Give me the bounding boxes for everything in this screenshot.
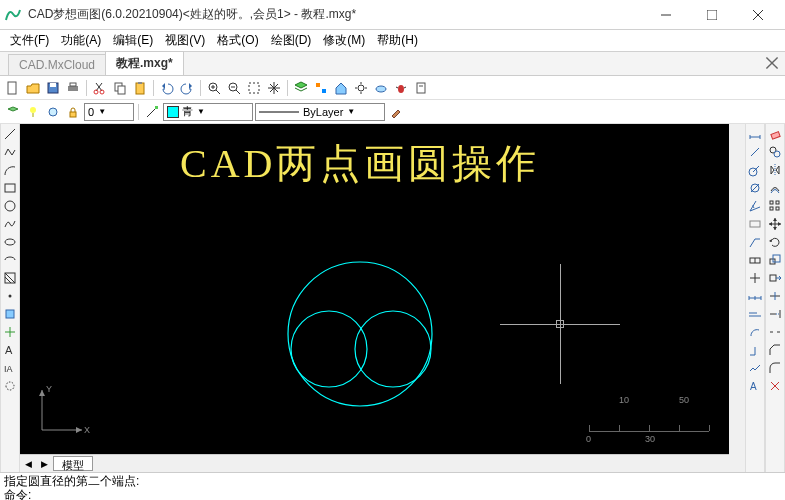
trim-icon[interactable] [767, 288, 783, 304]
dim-continue-icon[interactable] [747, 288, 763, 304]
tab-scroll-right-icon[interactable]: ▶ [36, 455, 52, 472]
menu-function[interactable]: 功能(A) [55, 30, 107, 51]
menu-file[interactable]: 文件(F) [4, 30, 55, 51]
extend-icon[interactable] [767, 306, 783, 322]
command-line[interactable]: 指定圆直径的第二个端点: 命令: [0, 472, 785, 500]
color-dropdown[interactable]: 青 ▼ [163, 103, 253, 121]
circle-icon[interactable] [2, 198, 18, 214]
erase-icon[interactable] [767, 126, 783, 142]
layer-on-icon[interactable] [24, 103, 42, 121]
dim-aligned-icon[interactable] [747, 144, 763, 160]
menu-view[interactable]: 视图(V) [159, 30, 211, 51]
settings-icon[interactable] [352, 79, 370, 97]
fillet-icon[interactable] [767, 360, 783, 376]
hscrollbar[interactable] [94, 455, 729, 472]
new-icon[interactable] [4, 79, 22, 97]
cut-icon[interactable] [91, 79, 109, 97]
print-icon[interactable] [64, 79, 82, 97]
model-tab[interactable]: 模型 [53, 456, 93, 471]
offset-icon[interactable] [767, 180, 783, 196]
line-icon[interactable] [2, 126, 18, 142]
mtext-icon[interactable]: IA [2, 360, 18, 376]
rect-icon[interactable] [2, 180, 18, 196]
bug-icon[interactable] [392, 79, 410, 97]
dim-style-icon[interactable] [747, 216, 763, 232]
maximize-button[interactable] [689, 0, 735, 30]
undo-icon[interactable] [158, 79, 176, 97]
copy-icon[interactable] [111, 79, 129, 97]
blocks-icon[interactable] [312, 79, 330, 97]
dim-linear-icon[interactable] [747, 126, 763, 142]
hatch-icon[interactable] [2, 270, 18, 286]
brush-icon[interactable] [387, 103, 405, 121]
linetype-dropdown[interactable]: ByLayer ▼ [255, 103, 385, 121]
scale-icon[interactable] [767, 252, 783, 268]
leader-icon[interactable] [747, 234, 763, 250]
tolerance-icon[interactable] [747, 252, 763, 268]
zoom-window-icon[interactable] [245, 79, 263, 97]
insert-icon[interactable] [2, 324, 18, 340]
layer-manager-icon[interactable] [4, 103, 22, 121]
redo-icon[interactable] [178, 79, 196, 97]
polyline-icon[interactable] [2, 144, 18, 160]
arc-icon[interactable] [2, 162, 18, 178]
doc-icon[interactable] [412, 79, 430, 97]
spline-icon[interactable] [2, 216, 18, 232]
rotate-icon[interactable] [767, 234, 783, 250]
stretch-icon[interactable] [767, 270, 783, 286]
tab-close-icon[interactable] [765, 56, 779, 70]
draw-toolbar: A IA [0, 124, 20, 472]
match-icon[interactable] [143, 103, 161, 121]
drawing-canvas[interactable]: CAD两点画圆操作 Y X [20, 124, 729, 454]
chamfer-icon[interactable] [767, 342, 783, 358]
paste-icon[interactable] [131, 79, 149, 97]
jog-icon[interactable] [747, 360, 763, 376]
mirror-icon[interactable] [767, 162, 783, 178]
marker-icon[interactable] [747, 270, 763, 286]
dim-angle-icon[interactable] [747, 198, 763, 214]
layer-icon[interactable] [292, 79, 310, 97]
zoom-in-icon[interactable] [205, 79, 223, 97]
menu-format[interactable]: 格式(O) [211, 30, 264, 51]
text-icon[interactable]: A [2, 342, 18, 358]
ordinate-icon[interactable] [747, 342, 763, 358]
revision-icon[interactable] [2, 378, 18, 394]
dim-baseline-icon[interactable] [747, 306, 763, 322]
document-tabs: CAD.MxCloud 教程.mxg* [0, 52, 785, 76]
save-icon[interactable] [44, 79, 62, 97]
menu-edit[interactable]: 编辑(E) [107, 30, 159, 51]
ellipse-arc-icon[interactable] [2, 252, 18, 268]
explode-icon[interactable] [767, 378, 783, 394]
array-icon[interactable] [767, 198, 783, 214]
svg-rect-39 [70, 112, 76, 117]
close-button[interactable] [735, 0, 781, 30]
vscrollbar[interactable] [729, 124, 745, 472]
menu-draw[interactable]: 绘图(D) [265, 30, 318, 51]
layer-lock-icon[interactable] [64, 103, 82, 121]
copy-obj-icon[interactable] [767, 144, 783, 160]
menu-modify[interactable]: 修改(M) [317, 30, 371, 51]
home-icon[interactable] [332, 79, 350, 97]
break-icon[interactable] [767, 324, 783, 340]
ellipse-icon[interactable] [2, 234, 18, 250]
svg-rect-10 [70, 83, 76, 86]
layer-dropdown[interactable]: 0 ▼ [84, 103, 134, 121]
minimize-button[interactable] [643, 0, 689, 30]
tab-cloud[interactable]: CAD.MxCloud [8, 54, 106, 75]
open-icon[interactable] [24, 79, 42, 97]
cloud-icon[interactable] [372, 79, 390, 97]
dim-diameter-icon[interactable] [747, 180, 763, 196]
block-icon[interactable] [2, 306, 18, 322]
properties-toolbar: 0 ▼ 青 ▼ ByLayer ▼ [0, 100, 785, 124]
tab-tutorial[interactable]: 教程.mxg* [105, 51, 184, 75]
point-icon[interactable] [2, 288, 18, 304]
zoom-out-icon[interactable] [225, 79, 243, 97]
arc-length-icon[interactable] [747, 324, 763, 340]
pan-icon[interactable] [265, 79, 283, 97]
dim-radius-icon[interactable] [747, 162, 763, 178]
move-icon[interactable] [767, 216, 783, 232]
tab-scroll-left-icon[interactable]: ◀ [20, 455, 36, 472]
dim-edit-icon[interactable]: A [747, 378, 763, 394]
layer-freeze-icon[interactable] [44, 103, 62, 121]
menu-help[interactable]: 帮助(H) [371, 30, 424, 51]
